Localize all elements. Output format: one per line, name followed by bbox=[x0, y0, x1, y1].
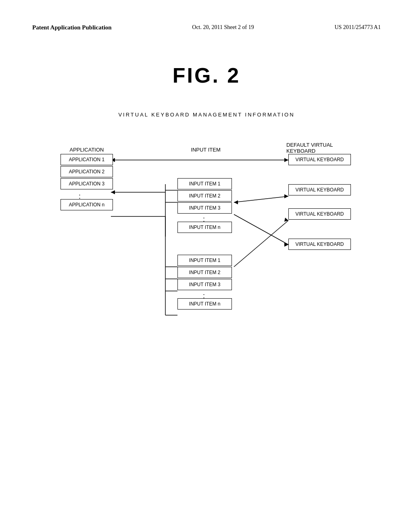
input-item-g2-n: INPUT ITEM n bbox=[177, 298, 232, 310]
diagram-container: APPLICATION INPUT ITEM DEFAULT VIRTUALKE… bbox=[48, 130, 365, 380]
app-box-3: APPLICATION 3 bbox=[60, 178, 113, 189]
svg-marker-17 bbox=[234, 200, 238, 204]
svg-marker-21 bbox=[284, 243, 288, 247]
header-right: US 2011/254773 A1 bbox=[334, 24, 381, 31]
svg-marker-19 bbox=[284, 218, 288, 222]
vk-box-3: VIRTUAL KEYBOARD bbox=[288, 208, 351, 220]
app-box-1: APPLICATION 1 bbox=[60, 154, 113, 165]
diagram-section: VIRTUAL KEYBOARD MANAGEMENT INFORMATION bbox=[32, 112, 381, 380]
app-box-2: APPLICATION 2 bbox=[60, 166, 113, 177]
svg-marker-4 bbox=[111, 190, 115, 194]
vk-box-1: VIRTUAL KEYBOARD bbox=[288, 154, 351, 165]
header-left: Patent Application Publication bbox=[32, 24, 112, 31]
page-header: Patent Application Publication Oct. 20, … bbox=[32, 24, 381, 31]
svg-line-18 bbox=[234, 220, 288, 267]
input-item-g2-1: INPUT ITEM 1 bbox=[177, 255, 232, 266]
svg-marker-16 bbox=[284, 194, 288, 198]
col-header-application: APPLICATION bbox=[60, 147, 113, 153]
vk-box-4: VIRTUAL KEYBOARD bbox=[288, 239, 351, 250]
page: Patent Application Publication Oct. 20, … bbox=[0, 0, 413, 532]
svg-marker-1 bbox=[284, 158, 288, 162]
vk-box-2: VIRTUAL KEYBOARD bbox=[288, 184, 351, 195]
svg-line-20 bbox=[234, 214, 288, 245]
input-item-g1-n: INPUT ITEM n bbox=[177, 222, 232, 233]
input-item-g2-2: INPUT ITEM 2 bbox=[177, 267, 232, 278]
input-item-g1-2: INPUT ITEM 2 bbox=[177, 190, 232, 202]
input-item-g1-3: INPUT ITEM 3 bbox=[177, 202, 232, 214]
header-center: Oct. 20, 2011 Sheet 2 of 19 bbox=[192, 24, 254, 31]
diagram-title: VIRTUAL KEYBOARD MANAGEMENT INFORMATION bbox=[48, 112, 365, 118]
svg-line-15 bbox=[234, 196, 288, 202]
app-box-n: APPLICATION n bbox=[60, 199, 113, 210]
input-item-g1-1: INPUT ITEM 1 bbox=[177, 178, 232, 189]
input-item-g2-3: INPUT ITEM 3 bbox=[177, 279, 232, 290]
col-header-input-item: INPUT ITEM bbox=[177, 147, 234, 153]
figure-title: FIG. 2 bbox=[32, 63, 381, 87]
col-header-default-vk: DEFAULT VIRTUALKEYBOARD bbox=[286, 142, 347, 154]
